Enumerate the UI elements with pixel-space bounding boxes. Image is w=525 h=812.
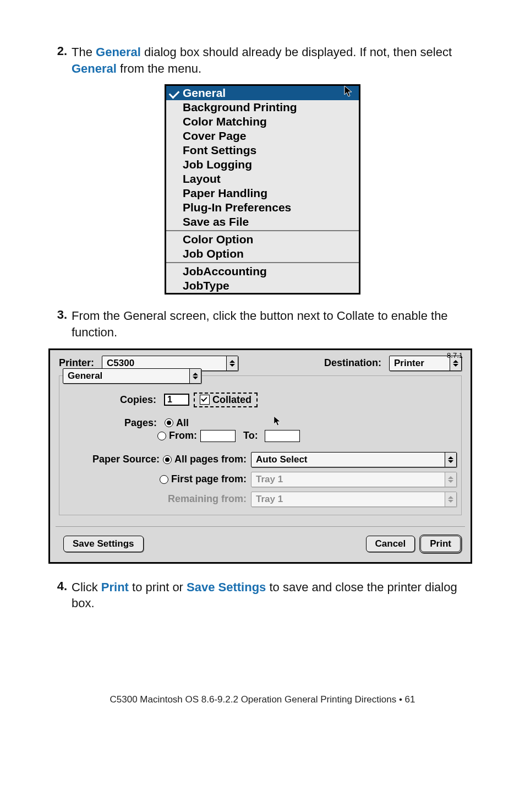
- menu-item[interactable]: Color Option: [166, 232, 359, 247]
- step-4: 4. Click Print to print or Save Settings…: [48, 579, 477, 612]
- first-page-from-label: First page from:: [171, 473, 247, 485]
- collated-highlight: Collated: [194, 393, 258, 407]
- menu-item[interactable]: Background Printing: [166, 100, 359, 115]
- menu-item-label: Paper Handling: [183, 187, 267, 199]
- printer-label: Printer:: [59, 357, 94, 369]
- all-pages-from-label: All pages from:: [174, 454, 247, 465]
- menu-item[interactable]: JobType: [166, 279, 359, 293]
- keyword-general: General: [96, 45, 141, 59]
- copies-input[interactable]: 1: [164, 394, 189, 406]
- pages-to-label: To:: [243, 430, 258, 442]
- pages-from-radio[interactable]: From:: [157, 430, 197, 442]
- general-group: General Copies: 1 Collated Pages:: [59, 375, 462, 515]
- radio-icon: [160, 475, 168, 484]
- pages-from-input[interactable]: [200, 430, 236, 442]
- step-4-body: Click Print to print or Save Settings to…: [72, 579, 477, 612]
- button-label: Cancel: [375, 538, 406, 549]
- button-label: Save Settings: [73, 538, 134, 549]
- pages-label: Pages:: [124, 417, 157, 429]
- step-2-number: 2.: [48, 44, 72, 77]
- cancel-button[interactable]: Cancel: [366, 536, 415, 552]
- text: dialog box should already be displayed. …: [141, 45, 452, 59]
- paper-source-label: Paper Source:: [92, 454, 160, 465]
- menu-item[interactable]: Layout: [166, 172, 359, 186]
- step-3-body: From the General screen, click the butto…: [72, 308, 477, 340]
- destination-value: Printer: [390, 356, 450, 370]
- menu-item[interactable]: Cover Page: [166, 129, 359, 143]
- step-2: 2. The General dialog box should already…: [48, 44, 477, 77]
- menu-item[interactable]: Plug-In Preferences: [166, 200, 359, 215]
- menu-item-label: Background Printing: [183, 101, 297, 113]
- menu-separator: [166, 230, 359, 231]
- menu-item[interactable]: Job Logging: [166, 157, 359, 172]
- keyword-print: Print: [101, 580, 129, 594]
- save-settings-button[interactable]: Save Settings: [63, 536, 144, 552]
- step-3: 3. From the General screen, click the bu…: [48, 308, 477, 340]
- menu-item[interactable]: Font Settings: [166, 143, 359, 157]
- keyword-save-settings: Save Settings: [187, 580, 266, 594]
- step-2-body: The General dialog box should already be…: [72, 44, 477, 77]
- pages-from-label: From:: [169, 430, 197, 442]
- menu-item-label: General: [183, 86, 226, 99]
- menu-dropdown: General Background Printing Color Matchi…: [165, 84, 360, 295]
- section-value: General: [63, 369, 189, 383]
- pages-all-label: All: [176, 417, 189, 429]
- menu-item-label: JobType: [183, 279, 229, 292]
- menu-item-label: Font Settings: [183, 144, 256, 156]
- stepper-icon: [445, 453, 456, 467]
- button-label: Print: [430, 538, 451, 549]
- version-label: 8.7.1: [447, 351, 463, 359]
- keyword-general: General: [72, 62, 117, 75]
- stepper-icon: [189, 369, 201, 383]
- collated-label: Collated: [212, 394, 251, 406]
- menu-item[interactable]: Save as File: [166, 215, 359, 229]
- text: Click: [72, 580, 101, 594]
- first-page-from-radio[interactable]: First page from:: [160, 473, 247, 485]
- section-select[interactable]: General: [63, 368, 201, 384]
- menu-item-general[interactable]: General: [166, 86, 359, 100]
- menu-item-label: Layout: [183, 172, 221, 185]
- pages-to-input[interactable]: [265, 430, 300, 442]
- all-pages-from-value: Auto Select: [251, 453, 445, 467]
- menu-item-label: Job Logging: [183, 158, 252, 171]
- first-page-from-value: Tray 1: [251, 472, 445, 487]
- remaining-from-value: Tray 1: [251, 492, 445, 506]
- collated-checkbox[interactable]: Collated: [198, 394, 254, 406]
- radio-icon: [157, 432, 166, 440]
- print-dialog: 8.7.1 Printer: C5300 Destination: Printe…: [48, 348, 472, 564]
- text: The: [72, 45, 96, 59]
- checkbox-icon: [200, 395, 210, 405]
- cursor-icon: [273, 415, 282, 430]
- pages-all-radio[interactable]: All: [165, 417, 189, 429]
- menu-item-label: JobAccounting: [183, 265, 267, 277]
- stepper-icon: [445, 472, 456, 487]
- menu-item-label: Job Option: [183, 247, 244, 260]
- text: from the menu.: [117, 62, 201, 75]
- radio-icon: [163, 455, 172, 464]
- menu-item-label: Plug-In Preferences: [183, 201, 291, 214]
- menu-item[interactable]: Color Matching: [166, 115, 359, 129]
- divider: [56, 526, 465, 527]
- menu-item-label: Cover Page: [183, 129, 247, 142]
- page-footer: C5300 Macintosh OS 8.6-9.2.2 Operation G…: [48, 694, 477, 705]
- step-3-number: 3.: [48, 308, 72, 340]
- print-button[interactable]: Print: [419, 535, 462, 553]
- menu-item[interactable]: Paper Handling: [166, 186, 359, 200]
- menu-item[interactable]: JobAccounting: [166, 264, 359, 279]
- all-pages-from-radio[interactable]: All pages from:: [163, 454, 247, 465]
- first-page-from-select[interactable]: Tray 1: [251, 472, 457, 487]
- stepper-icon: [226, 356, 238, 370]
- stepper-icon: [445, 492, 456, 506]
- menu-separator: [166, 262, 359, 263]
- all-pages-from-select[interactable]: Auto Select: [251, 452, 457, 467]
- text: to print or: [129, 580, 187, 594]
- menu-item[interactable]: Job Option: [166, 247, 359, 261]
- menu-item-label: Save as File: [183, 215, 249, 228]
- remaining-from-label: Remaining from:: [168, 493, 247, 505]
- destination-label: Destination:: [324, 357, 381, 369]
- remaining-from-select[interactable]: Tray 1: [251, 492, 457, 507]
- radio-icon: [165, 418, 173, 427]
- step-4-number: 4.: [48, 579, 72, 612]
- copies-label: Copies:: [120, 394, 156, 406]
- menu-item-label: Color Option: [183, 233, 253, 246]
